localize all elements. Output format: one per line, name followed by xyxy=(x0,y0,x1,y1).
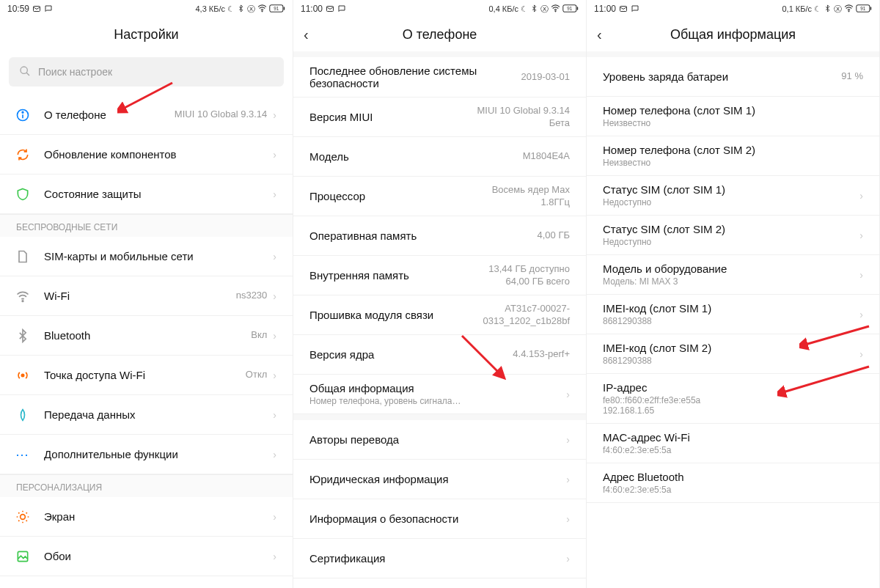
search-input[interactable]: Поиск настроек xyxy=(9,57,284,87)
wifi-icon xyxy=(15,288,31,304)
svg-line-6 xyxy=(26,73,29,76)
more-icon: ⋯ xyxy=(15,446,31,463)
list-row[interactable]: MAC-адрес Wi-Fif4:60:e2:3e:e5:5a xyxy=(587,424,879,463)
svg-text:91: 91 xyxy=(567,6,572,11)
chevron-right-icon: › xyxy=(273,109,276,121)
list-row[interactable]: Внутренняя память13,44 ГБ доступно 64,00… xyxy=(293,256,586,295)
battery-icon: 91 xyxy=(269,4,285,14)
row-sub: f4:60:e2:3e:e5:5a xyxy=(603,485,863,495)
mute-icon: ⓧ xyxy=(834,4,842,15)
row-label: Последнее обновление системы безопасност… xyxy=(309,65,521,89)
row-value: MIUI 10 Global 9.3.14 Бета xyxy=(477,105,570,130)
row-value: MIUI 10 Global 9.3.14 xyxy=(175,109,267,121)
list-row[interactable]: Уровень заряда батареи91 % xyxy=(587,57,879,97)
data-icon xyxy=(15,407,31,423)
row-label: Обновление компонентов xyxy=(44,148,267,161)
info-icon xyxy=(15,107,31,123)
status-time: 10:59 xyxy=(7,4,29,14)
list-row[interactable]: IP-адресfe80::f660:e2ff:fe3e:e55a 192.16… xyxy=(587,374,879,424)
list-row[interactable]: Информация о безопасности› xyxy=(293,499,586,539)
row-data[interactable]: Передача данных › xyxy=(0,395,293,435)
svg-rect-24 xyxy=(870,7,872,10)
row-sub: f4:60:e2:3e:e5:5a xyxy=(603,445,863,455)
search-placeholder: Поиск настроек xyxy=(38,66,112,78)
wifi-icon xyxy=(257,4,267,15)
row-label: Обои xyxy=(44,550,267,562)
list-row[interactable]: Общая информацияНомер телефона, уровень … xyxy=(293,375,586,414)
row-about-phone[interactable]: О телефоне MIUI 10 Global 9.3.14 › xyxy=(0,95,293,135)
mail-icon xyxy=(619,4,628,13)
list-row[interactable]: Версия MIUIMIUI 10 Global 9.3.14 Бета xyxy=(293,98,586,137)
row-value: ns3230 xyxy=(236,290,268,302)
row-value: 2019-03-01 xyxy=(521,71,571,84)
chevron-right-icon: › xyxy=(273,290,276,302)
chevron-right-icon: › xyxy=(566,389,570,400)
status-time: 11:00 xyxy=(594,4,616,14)
list-row[interactable]: Статус SIM (слот SIM 2)Недоступно› xyxy=(587,216,879,255)
row-label: Внутренняя память xyxy=(309,269,488,282)
row-label: Модель xyxy=(309,150,523,163)
row-security[interactable]: Состояние защиты › xyxy=(0,174,293,214)
row-label: Wi-Fi xyxy=(44,290,236,302)
row-sub: Неизвестно xyxy=(603,158,863,168)
list-row[interactable]: Авторы перевода› xyxy=(293,420,586,460)
row-label: MAC-адрес Wi-Fi xyxy=(603,431,863,444)
list-row[interactable]: Версия ядра4.4.153-perf+ xyxy=(293,335,586,375)
list-row[interactable]: Прошивка модуля связиAT31c7-00027- 0313_… xyxy=(293,295,586,335)
page-title: О телефоне xyxy=(403,27,477,43)
row-value: AT31c7-00027- 0313_1202_c1b28bf xyxy=(483,303,570,328)
chevron-right-icon: › xyxy=(273,370,276,381)
svg-text:91: 91 xyxy=(274,6,279,11)
list-row[interactable]: МодельM1804E4A xyxy=(293,137,586,177)
hotspot-icon xyxy=(15,367,31,383)
screen-about: 11:00 0,4 КБ/с ☾ ⓧ 91 ‹ О телефоне После… xyxy=(293,0,587,588)
list-row[interactable]: Оперативная память4,00 ГБ xyxy=(293,216,586,256)
chevron-right-icon: › xyxy=(566,434,570,446)
mail-icon xyxy=(326,4,334,13)
row-label: IMEI-код (слот SIM 2) xyxy=(603,342,854,354)
bluetooth-icon xyxy=(15,328,31,344)
mute-icon: ⓧ xyxy=(247,4,255,15)
battery-icon: 91 xyxy=(562,4,579,14)
row-more[interactable]: ⋯ Дополнительные функции › xyxy=(0,435,293,474)
row-display[interactable]: Экран › xyxy=(0,497,293,537)
row-update[interactable]: Обновление компонентов › xyxy=(0,135,293,174)
list-row[interactable]: Последнее обновление системы безопасност… xyxy=(293,57,586,98)
row-label: Информация о безопасности xyxy=(309,512,560,525)
back-button[interactable]: ‹ xyxy=(304,26,309,43)
svg-point-16 xyxy=(555,10,556,11)
row-value: M1804E4A xyxy=(523,150,570,163)
row-bluetooth[interactable]: Bluetooth Вкл › xyxy=(0,316,293,356)
list-row[interactable]: ПроцессорВосемь ядер Мах 1.8ГГц xyxy=(293,177,586,216)
svg-rect-13 xyxy=(18,551,27,561)
row-label: Передача данных xyxy=(44,408,267,421)
bt-icon xyxy=(530,4,538,14)
chevron-right-icon: › xyxy=(273,551,276,562)
chevron-right-icon: › xyxy=(566,553,570,565)
list-row[interactable]: Номер телефона (слот SIM 1)Неизвестно xyxy=(587,97,879,136)
list-row[interactable]: Адрес Bluetoothf4:60:e2:3e:e5:5a xyxy=(587,463,879,503)
list-row[interactable]: IMEI-код (слот SIM 1)8681290388› xyxy=(587,295,879,334)
page-title: Настройки xyxy=(114,27,178,43)
back-button[interactable]: ‹ xyxy=(597,26,602,43)
list-row[interactable]: Сертификация› xyxy=(293,539,586,578)
row-wifi[interactable]: Wi-Fi ns3230 › xyxy=(0,276,293,316)
status-bar: 11:00 0,1 КБ/с ☾ ⓧ 91 xyxy=(587,0,879,18)
row-themes[interactable]: Темы › xyxy=(0,576,293,588)
chevron-right-icon: › xyxy=(859,269,863,281)
row-value: 4.4.153-perf+ xyxy=(513,348,570,361)
row-hotspot[interactable]: Точка доступа Wi-Fi Откл › xyxy=(0,356,293,395)
row-wallpaper[interactable]: Обои › xyxy=(0,537,293,576)
list-row[interactable]: Модель и оборудованиеМодель: MI MAX 3› xyxy=(587,255,879,295)
list-row[interactable]: Номер телефона (слот SIM 2)Неизвестно xyxy=(587,136,879,176)
row-value: Откл xyxy=(246,369,268,381)
update-icon xyxy=(15,147,31,163)
row-label: Версия ядра xyxy=(309,348,513,361)
row-label: IMEI-код (слот SIM 1) xyxy=(603,302,854,315)
list-row[interactable]: IMEI-код (слот SIM 2)8681290388› xyxy=(587,334,879,374)
svg-point-11 xyxy=(21,374,23,376)
svg-point-1 xyxy=(262,10,263,11)
list-row[interactable]: Юридическая информация› xyxy=(293,460,586,499)
row-sim[interactable]: SIM-карты и мобильные сети › xyxy=(0,237,293,276)
list-row[interactable]: Статус SIM (слот SIM 1)Недоступно› xyxy=(587,176,879,216)
